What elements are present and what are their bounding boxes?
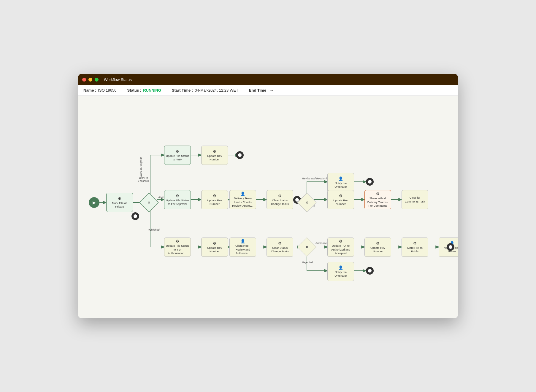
gear-icon-5: ⚙: [213, 194, 216, 198]
person-icon-3: 👤: [240, 239, 245, 243]
delivery-team-label: Delivery TeamLead - Check-Review-Approv.…: [232, 197, 253, 208]
gear-icon-6: ⚙: [278, 194, 282, 198]
gateway-main-diamond: ×: [139, 193, 158, 212]
mark-file-private-task[interactable]: ⚙ Mark File asPrivate: [106, 193, 133, 212]
end-time-label: End Time :: [249, 88, 269, 93]
gear-icon-2: ⚙: [176, 149, 179, 154]
end-icon-5: [366, 267, 374, 275]
update-rev-2-label: Update RevNumber: [207, 199, 222, 206]
end-event-1: [236, 151, 244, 159]
statusbar: Name : ISO 19650 Status : RUNNING Start …: [78, 85, 458, 96]
gear-icon-10: ⚙: [213, 241, 216, 246]
close-button[interactable]: [82, 78, 86, 82]
gateway-auth-diamond: ×: [297, 237, 316, 256]
update-rev-1-task[interactable]: ⚙ Update RevNumber: [201, 146, 228, 165]
gear-icon-14: ⚙: [413, 241, 417, 246]
workflow-canvas: Work in Progress: [78, 96, 458, 318]
start-time-value: 04-Mar-2024, 12:23 WET: [195, 88, 238, 93]
mark-file-private-label: Mark File asPrivate: [112, 201, 127, 209]
end-event-6: [447, 243, 454, 251]
gateway-review: ×: [300, 196, 314, 209]
maximize-button[interactable]: [95, 78, 99, 82]
end-icon-6: [447, 243, 454, 251]
svg-text:Rejected: Rejected: [302, 261, 313, 264]
gear-icon-7: ⚙: [339, 194, 342, 198]
share-delivery-task[interactable]: ⚙ Share with allDelivery Teams -For Comm…: [364, 190, 391, 209]
titlebar: Workflow Status: [78, 74, 458, 85]
gateway-main: ×: [142, 196, 156, 209]
clear-status-2-task[interactable]: ⚙ Clear StatusChange Tasks: [267, 238, 293, 257]
update-rev-4-task[interactable]: ⚙ Update RevNumber: [201, 238, 228, 257]
mark-file-public-label: Mark File asPublic: [407, 246, 423, 254]
end-event-main: [131, 212, 139, 220]
gear-icon-9: ⚙: [176, 239, 179, 243]
end-event-2: [366, 178, 374, 186]
client-rep-task[interactable]: 👤 Client Rep -Review andAuthorize...: [229, 238, 256, 257]
gateway-auth: ×: [300, 240, 314, 254]
svg-text:Published: Published: [148, 228, 160, 231]
gear-icon-12: ⚙: [339, 239, 342, 243]
update-file-status-wip-task[interactable]: ⚙ Update File Statusto 'WIP': [164, 146, 191, 165]
clear-comments-task[interactable]: Clear forComments Task: [402, 190, 428, 209]
notify-originator-1-label: Notify theOriginator: [334, 181, 347, 189]
mark-file-public-task[interactable]: ⚙ Mark File asPublic: [402, 238, 428, 257]
clear-status-1-label: Clear StatusChange Tasks: [271, 199, 289, 206]
gear-icon-3: ⚙: [213, 149, 216, 154]
notify-originator-2-label: Notify theOriginator: [334, 270, 347, 278]
status-label: Status :: [127, 88, 142, 93]
update-file-approval-label: Update File Statusto For Approval: [166, 199, 189, 206]
update-file-approval-task[interactable]: ⚙ Update File Statusto For Approval: [164, 190, 191, 209]
update-rev-3-task[interactable]: ⚙ Update RevNumber: [327, 190, 354, 209]
end-icon-2: [366, 178, 374, 186]
gear-icon-13: ⚙: [376, 241, 380, 246]
minimize-button[interactable]: [88, 78, 92, 82]
svg-text:Work in Progress: Work in Progress: [139, 157, 142, 177]
person-icon-1: 👤: [240, 192, 245, 196]
clear-comments-label: Clear forComments Task: [405, 196, 425, 203]
status-value: RUNNING: [143, 88, 161, 93]
gateway-review-diamond: ×: [297, 193, 316, 212]
window: Workflow Status Name : ISO 19650 Status …: [78, 74, 458, 318]
gear-icon-4: ⚙: [176, 194, 179, 198]
update-file-auth-label: Update File Statusto 'ForAuthorization..…: [166, 244, 189, 255]
person-icon-2: 👤: [338, 176, 343, 181]
gear-icon: ⚙: [118, 196, 121, 201]
notify-originator-1-task[interactable]: 👤 Notify theOriginator: [327, 173, 354, 192]
gear-icon-11: ⚙: [278, 241, 282, 246]
update-rev-5-label: Update RevNumber: [370, 246, 385, 254]
workflow-diagram: Work in Progress: [84, 102, 452, 309]
svg-text:Progress: Progress: [138, 179, 149, 182]
update-rev-4-label: Update RevNumber: [207, 246, 222, 254]
end-time-value: --: [270, 88, 273, 93]
svg-text:Work in: Work in: [139, 176, 148, 179]
update-file-auth-task[interactable]: ⚙ Update File Statusto 'ForAuthorization…: [164, 238, 191, 257]
start-time-label: Start Time :: [172, 88, 193, 93]
name-value: ISO 19650: [98, 88, 116, 93]
clear-status-1-task[interactable]: ⚙ Clear StatusChange Tasks: [267, 190, 293, 209]
update-rev-1-label: Update RevNumber: [207, 154, 222, 162]
update-rev-3-label: Update RevNumber: [333, 199, 348, 206]
person-icon-5: 👤: [338, 265, 343, 270]
share-delivery-label: Share with allDelivery Teams -For Commen…: [367, 197, 388, 208]
svg-text:Revise and Resubmit: Revise and Resubmit: [302, 177, 328, 180]
delivery-team-lead-task[interactable]: 👤 Delivery TeamLead - Check-Review-Appro…: [229, 190, 256, 209]
update-file-wip-label: Update File Statusto 'WIP': [166, 154, 189, 162]
start-icon: ▶: [89, 197, 99, 208]
gear-icon-8: ⚙: [376, 192, 380, 196]
end-event-5: [366, 267, 374, 275]
clear-status-2-label: Clear StatusChange Tasks: [271, 246, 289, 254]
update-rev-5-task[interactable]: ⚙ Update RevNumber: [364, 238, 391, 257]
start-event: ▶: [89, 197, 99, 208]
name-label: Name :: [83, 88, 96, 93]
update-poi-label: Update POI toAuthorized andAccepted: [331, 244, 350, 255]
notify-originator-2-task[interactable]: 👤 Notify theOriginator: [327, 262, 354, 281]
end-icon-1: [236, 151, 244, 159]
update-rev-2-task[interactable]: ⚙ Update RevNumber: [201, 190, 228, 209]
client-rep-label: Client Rep -Review andAuthorize...: [235, 244, 250, 255]
window-title: Workflow Status: [104, 77, 132, 82]
end-icon-main: [131, 212, 139, 220]
update-poi-task[interactable]: ⚙ Update POI toAuthorized andAccepted: [327, 238, 354, 257]
svg-text:Authorized: Authorized: [315, 242, 329, 245]
